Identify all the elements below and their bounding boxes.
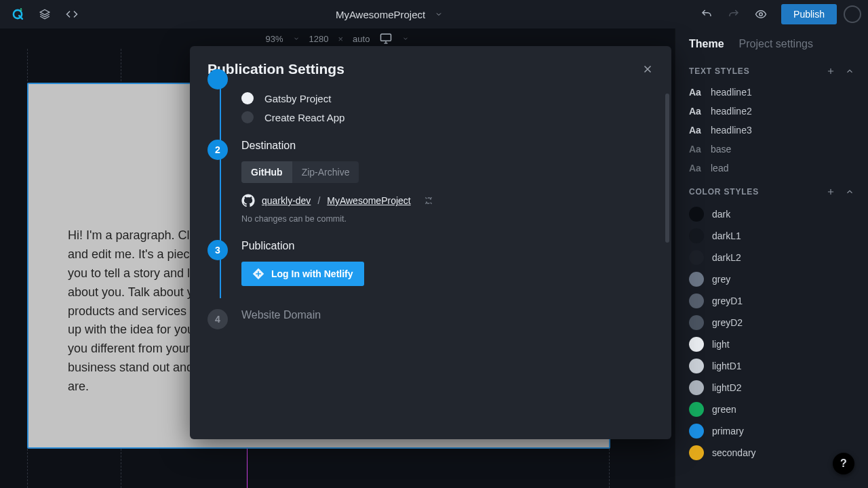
color-style-item[interactable]: light	[675, 333, 868, 355]
color-style-item[interactable]: dark	[675, 203, 868, 225]
login-netlify-label: Log In with Netlify	[271, 268, 353, 279]
path-separator: /	[317, 195, 320, 206]
segment-zip[interactable]: Zip-Archive	[292, 161, 359, 183]
color-label: lightD1	[712, 361, 742, 371]
device-desktop-icon[interactable]	[379, 32, 393, 45]
segment-github[interactable]: GitHub	[241, 161, 292, 183]
color-swatch	[689, 272, 704, 287]
step-bullet-3: 3	[208, 240, 228, 260]
color-style-item[interactable]: greyD2	[675, 312, 868, 333]
modal-title: Publication Settings	[208, 61, 642, 77]
color-swatch	[689, 207, 704, 222]
text-style-label: lead	[711, 163, 728, 174]
text-style-glyph: Aa	[689, 163, 703, 174]
logo-icon[interactable]: β	[4, 0, 31, 28]
text-style-glyph: Aa	[689, 106, 703, 117]
color-swatch	[689, 445, 704, 460]
radio-label: Gatsby Project	[264, 93, 331, 104]
color-style-item[interactable]: grey	[675, 268, 868, 290]
text-styles-header: TEXT STYLES	[689, 66, 816, 76]
dimension-separator: ×	[338, 34, 344, 44]
text-style-item[interactable]: Aaheadline3	[675, 121, 868, 140]
color-style-item[interactable]: greyD1	[675, 290, 868, 312]
side-panel: Theme Project settings TEXT STYLES Aahea…	[675, 28, 868, 488]
radio-gatsby[interactable]: Gatsby Project	[241, 92, 654, 104]
netlify-icon	[252, 268, 264, 280]
step-title-destination: Destination	[241, 140, 654, 152]
color-label: darkL1	[712, 230, 741, 241]
text-style-item[interactable]: Aaheadline2	[675, 102, 868, 121]
radio-indicator	[241, 92, 254, 104]
color-swatch	[689, 380, 704, 395]
canvas-height[interactable]: auto	[353, 34, 370, 44]
svg-text:β: β	[20, 8, 22, 12]
commit-hint: No changes can be commit.	[241, 214, 654, 224]
chevron-up-icon[interactable]	[845, 187, 854, 197]
color-styles-header: COLOR STYLES	[689, 187, 816, 197]
step-title-domain: Website Domain	[241, 309, 654, 321]
text-style-glyph: Aa	[689, 87, 703, 98]
github-owner-link[interactable]: quarkly-dev	[262, 195, 311, 206]
github-icon	[241, 194, 255, 207]
layers-icon[interactable]	[31, 0, 58, 28]
text-style-item[interactable]: Aabase	[675, 140, 868, 159]
text-style-label: headline1	[711, 87, 752, 98]
step-title-publication: Publication	[241, 240, 654, 252]
color-style-item[interactable]: darkL1	[675, 225, 868, 247]
project-name[interactable]: MyAwesomeProject	[336, 9, 425, 20]
color-swatch	[689, 359, 704, 373]
color-swatch	[689, 402, 704, 417]
text-style-label: headline2	[711, 106, 752, 117]
publish-button[interactable]: Publish	[781, 4, 837, 24]
text-style-label: base	[711, 144, 731, 155]
preview-icon[interactable]	[747, 0, 774, 28]
color-swatch	[689, 250, 704, 265]
color-style-item[interactable]: primary	[675, 420, 868, 442]
color-style-item[interactable]: darkL2	[675, 247, 868, 268]
tab-project-settings[interactable]: Project settings	[739, 38, 813, 50]
text-style-item[interactable]: Aaheadline1	[675, 83, 868, 102]
step-bullet-4: 4	[208, 309, 228, 329]
radio-indicator	[241, 111, 254, 123]
help-fab[interactable]: ?	[833, 453, 854, 474]
chevron-down-icon[interactable]	[293, 35, 300, 42]
step-bullet-2: 2	[208, 140, 228, 160]
text-style-item[interactable]: Aalead	[675, 159, 868, 178]
unlink-icon[interactable]	[423, 195, 434, 206]
color-label: lightD2	[712, 382, 742, 393]
color-style-item[interactable]: lightD1	[675, 355, 868, 377]
add-icon[interactable]	[826, 66, 835, 76]
radio-label: Create React App	[264, 112, 344, 123]
close-icon[interactable]	[642, 63, 654, 75]
color-style-item[interactable]: green	[675, 399, 868, 420]
chevron-down-icon[interactable]	[402, 35, 409, 42]
color-swatch	[689, 315, 704, 330]
text-style-glyph: Aa	[689, 144, 703, 155]
color-label: greyD1	[712, 296, 743, 306]
text-style-label: headline3	[711, 125, 752, 136]
canvas-width[interactable]: 1280	[309, 34, 329, 44]
add-icon[interactable]	[826, 187, 835, 197]
color-label: green	[712, 404, 736, 415]
tab-theme[interactable]: Theme	[689, 38, 724, 50]
color-swatch	[689, 424, 704, 439]
github-repo-link[interactable]: MyAwesomeProject	[327, 195, 410, 206]
redo-icon[interactable]	[720, 0, 747, 28]
radio-cra[interactable]: Create React App	[241, 111, 654, 123]
destination-segmented: GitHub Zip-Archive	[241, 161, 359, 183]
color-label: darkL2	[712, 252, 741, 263]
color-style-item[interactable]: lightD2	[675, 377, 868, 399]
undo-icon[interactable]	[693, 0, 720, 28]
color-label: greyD2	[712, 317, 743, 328]
svg-point-2	[760, 13, 763, 16]
chevron-up-icon[interactable]	[845, 66, 854, 76]
color-swatch	[689, 293, 704, 308]
zoom-level[interactable]: 93%	[266, 34, 283, 44]
svg-rect-3	[381, 34, 391, 41]
code-icon[interactable]	[58, 0, 85, 28]
login-netlify-button[interactable]: Log In with Netlify	[241, 262, 364, 286]
color-label: dark	[712, 209, 730, 220]
chevron-down-icon[interactable]	[435, 10, 443, 18]
avatar[interactable]	[844, 5, 861, 23]
color-label: secondary	[712, 447, 756, 458]
